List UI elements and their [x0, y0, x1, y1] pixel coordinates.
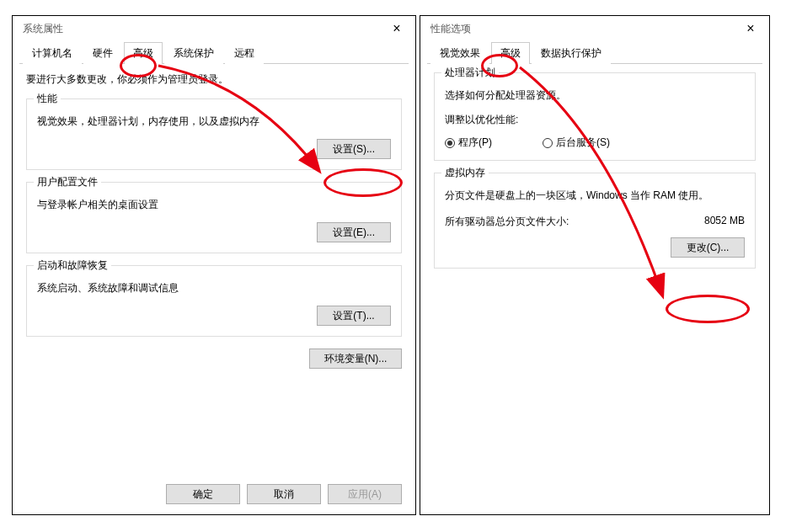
user-profiles-group: 用户配置文件 与登录帐户相关的桌面设置 设置(E)... [26, 182, 402, 253]
radio-dot-icon [445, 138, 455, 148]
tabs: 计算机名 硬件 高级 系统保护 远程 [19, 41, 409, 64]
tab-visual-effects[interactable]: 视觉效果 [430, 42, 489, 64]
body: 处理器计划 选择如何分配处理器资源。 调整以优化性能: 程序(P) 后台服务(S… [420, 64, 769, 289]
ok-button[interactable]: 确定 [166, 484, 240, 504]
window-title: 性能选项 [430, 22, 471, 36]
close-icon[interactable]: × [739, 17, 762, 40]
startup-desc: 系统启动、系统故障和调试信息 [37, 281, 391, 295]
env-vars-button[interactable]: 环境变量(N)... [309, 348, 402, 369]
change-virtual-memory-button[interactable]: 更改(C)... [671, 237, 745, 258]
window-title: 系统属性 [23, 22, 63, 36]
paging-total-value: 8052 MB [704, 215, 745, 229]
paging-total-label: 所有驱动器总分页文件大小: [445, 215, 569, 229]
virtual-memory-desc: 分页文件是硬盘上的一块区域，Windows 当作 RAM 使用。 [445, 189, 745, 203]
performance-settings-button[interactable]: 设置(S)... [317, 139, 391, 159]
startup-group: 启动和故障恢复 系统启动、系统故障和调试信息 设置(T)... [26, 265, 402, 337]
user-profiles-desc: 与登录帐户相关的桌面设置 [37, 198, 391, 212]
virtual-memory-group: 虚拟内存 分页文件是硬盘上的一块区域，Windows 当作 RAM 使用。 所有… [434, 173, 756, 269]
tabs: 视觉效果 高级 数据执行保护 [427, 41, 762, 64]
user-profiles-settings-button[interactable]: 设置(E)... [317, 222, 391, 242]
radio-programs[interactable]: 程序(P) [445, 136, 492, 150]
performance-group: 性能 视觉效果，处理器计划，内存使用，以及虚拟内存 设置(S)... [26, 98, 402, 170]
radio-background-services[interactable]: 后台服务(S) [543, 136, 610, 150]
cancel-button[interactable]: 取消 [247, 484, 321, 504]
tab-system-protection[interactable]: 系统保护 [164, 42, 223, 64]
apply-button[interactable]: 应用(A) [328, 484, 402, 504]
startup-settings-button[interactable]: 设置(T)... [317, 306, 391, 326]
titlebar: 性能选项 × [420, 16, 769, 41]
radio-background-label: 后台服务(S) [556, 136, 610, 150]
startup-title: 启动和故障恢复 [34, 258, 111, 273]
radio-dot-icon [543, 138, 553, 148]
system-properties-window: 系统属性 × 计算机名 硬件 高级 系统保护 远程 要进行大多数更改，你必须作为… [12, 15, 416, 515]
processor-scheduling-desc: 选择如何分配处理器资源。 [445, 88, 745, 103]
tab-hardware[interactable]: 硬件 [83, 42, 122, 64]
dialog-buttons: 确定 取消 应用(A) [159, 484, 402, 504]
radio-programs-label: 程序(P) [458, 136, 492, 150]
processor-scheduling-title: 处理器计划 [441, 66, 499, 80]
processor-scheduling-group: 处理器计划 选择如何分配处理器资源。 调整以优化性能: 程序(P) 后台服务(S… [434, 72, 756, 161]
user-profiles-title: 用户配置文件 [34, 175, 101, 189]
tab-remote[interactable]: 远程 [225, 42, 264, 64]
titlebar: 系统属性 × [13, 16, 415, 41]
adjust-label: 调整以优化性能: [445, 113, 745, 127]
performance-title: 性能 [34, 92, 61, 106]
tab-computer-name[interactable]: 计算机名 [23, 42, 82, 64]
admin-note: 要进行大多数更改，你必须作为管理员登录。 [26, 72, 402, 87]
tab-dep[interactable]: 数据执行保护 [532, 42, 611, 64]
tab-advanced[interactable]: 高级 [124, 42, 163, 64]
body: 要进行大多数更改，你必须作为管理员登录。 性能 视觉效果，处理器计划，内存使用，… [13, 64, 415, 377]
close-icon[interactable]: × [385, 17, 409, 40]
tab-advanced[interactable]: 高级 [491, 42, 530, 64]
virtual-memory-title: 虚拟内存 [441, 166, 489, 180]
performance-options-window: 性能选项 × 视觉效果 高级 数据执行保护 处理器计划 选择如何分配处理器资源。… [420, 15, 770, 515]
performance-desc: 视觉效果，处理器计划，内存使用，以及虚拟内存 [37, 114, 391, 129]
